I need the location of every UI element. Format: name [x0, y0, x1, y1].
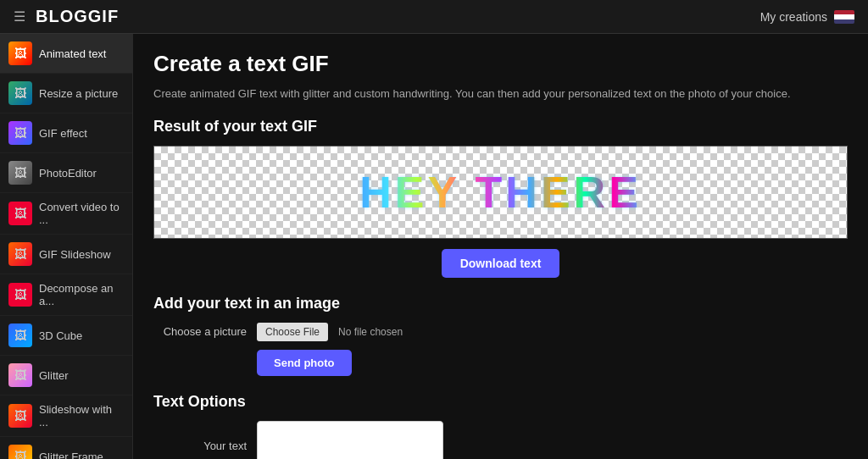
decompose-icon: 🖼 [8, 283, 32, 307]
header-left: ☰ BLOGGIF [14, 7, 119, 26]
sidebar-item-label-slideshow: Slideshow with ... [39, 403, 124, 429]
header: ☰ BLOGGIF My creations [0, 0, 868, 34]
sidebar-item-decompose[interactable]: 🖼Decompose an a... [0, 274, 132, 316]
photo-editor-icon: 🖼 [8, 161, 32, 185]
gif-preview-area: Hey there [153, 146, 848, 239]
main-content: Create a text GIF Create animated GIF te… [133, 34, 868, 459]
layout: 🖼Animated text🖼Resize a picture🖼GIF effe… [0, 34, 868, 459]
choose-file-button[interactable]: Choose File [257, 323, 328, 341]
add-image-section-title: Add your text in an image [153, 295, 848, 312]
your-text-label: Your text [153, 440, 247, 452]
text-options-title: Text Options [153, 393, 848, 411]
logo[interactable]: BLOGGIF [36, 7, 119, 26]
sidebar-item-slideshow[interactable]: 🖼Slideshow with ... [0, 395, 132, 437]
add-image-section: Add your text in an image Choose a pictu… [153, 295, 848, 376]
sidebar: 🖼Animated text🖼Resize a picture🖼GIF effe… [0, 34, 133, 459]
sidebar-item-glitter[interactable]: 🖼Glitter [0, 356, 132, 395]
animated-text-icon: 🖼 [8, 41, 32, 65]
sidebar-item-label-glitter: Glitter [39, 369, 69, 382]
sidebar-item-label-convert-video: Convert video to ... [39, 201, 124, 226]
sidebar-item-label-animated-text: Animated text [39, 47, 107, 60]
download-button-row: Download text [153, 249, 848, 278]
sidebar-item-label-resize-a-picture: Resize a picture [39, 87, 118, 100]
send-photo-button[interactable]: Send photo [257, 350, 352, 376]
sidebar-item-gif-slideshow[interactable]: 🖼GIF Slideshow [0, 235, 132, 274]
download-text-button[interactable]: Download text [442, 249, 560, 278]
result-section-title: Result of your text GIF [153, 118, 848, 135]
glitter-icon: 🖼 [8, 363, 32, 387]
sidebar-item-gif-effect[interactable]: 🖼GIF effect [0, 113, 132, 153]
flag-icon [834, 10, 854, 24]
gif-effect-icon: 🖼 [8, 121, 32, 145]
resize-a-picture-icon: 🖼 [8, 81, 32, 105]
no-file-chosen-label: No file chosen [338, 326, 403, 338]
glitter-frame-icon: 🖼 [8, 445, 32, 459]
choose-picture-row: Choose a picture Choose File No file cho… [153, 323, 848, 341]
sidebar-item-3d-cube[interactable]: 🖼3D Cube [0, 316, 132, 356]
sidebar-item-label-3d-cube: 3D Cube [39, 329, 82, 342]
gif-slideshow-icon: 🖼 [8, 242, 32, 266]
header-right: My creations [760, 10, 854, 24]
sidebar-item-glitter-frame[interactable]: 🖼Glitter Frame [0, 437, 132, 459]
sidebar-item-resize-a-picture[interactable]: 🖼Resize a picture [0, 74, 132, 113]
slideshow-icon: 🖼 [8, 404, 32, 428]
sidebar-item-label-glitter-frame: Glitter Frame [39, 451, 103, 460]
your-text-input[interactable] [257, 421, 443, 460]
sidebar-item-label-photo-editor: PhotoEditor [39, 167, 97, 180]
hamburger-icon[interactable]: ☰ [14, 8, 25, 25]
send-photo-row: Send photo [153, 350, 848, 376]
gif-preview-text: Hey there [359, 167, 642, 218]
sidebar-item-convert-video[interactable]: 🖼Convert video to ... [0, 193, 132, 235]
sidebar-item-animated-text[interactable]: 🖼Animated text [0, 34, 132, 74]
page-description: Create animated GIF text with glitter an… [153, 86, 848, 102]
sidebar-item-label-gif-slideshow: GIF Slideshow [39, 248, 111, 261]
sidebar-item-photo-editor[interactable]: 🖼PhotoEditor [0, 153, 132, 193]
sidebar-item-label-gif-effect: GIF effect [39, 127, 87, 140]
convert-video-icon: 🖼 [8, 202, 32, 225]
3d-cube-icon: 🖼 [8, 324, 32, 347]
page-title: Create a text GIF [153, 51, 848, 77]
choose-picture-label: Choose a picture [153, 325, 247, 338]
sidebar-item-label-decompose: Decompose an a... [39, 282, 124, 307]
text-options-section: Text Options Your text [153, 393, 848, 460]
your-text-row: Your text [153, 421, 848, 460]
my-creations-link[interactable]: My creations [760, 10, 827, 24]
